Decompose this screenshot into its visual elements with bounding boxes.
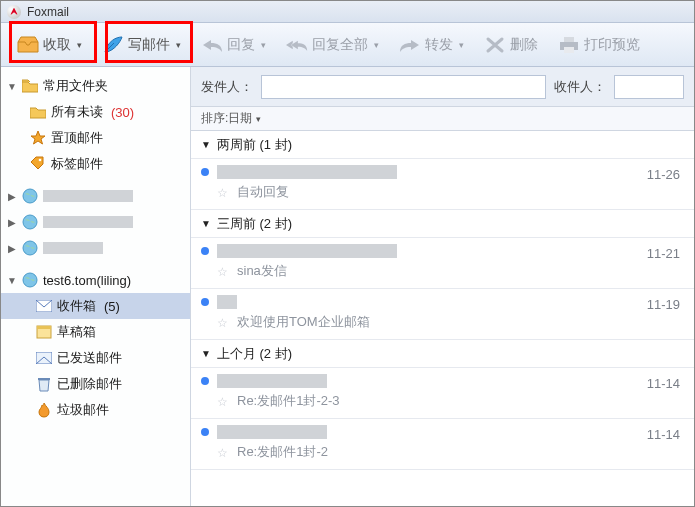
mail-item[interactable]: 11-14 ☆Re:发邮件1封-2-3 xyxy=(191,368,694,419)
redacted-account xyxy=(43,242,103,254)
all-unread-count: (30) xyxy=(111,105,134,120)
drafts-node[interactable]: 草稿箱 xyxy=(1,319,190,345)
star-outline-icon[interactable]: ☆ xyxy=(217,186,229,198)
flame-icon xyxy=(35,401,53,419)
sort-label: 排序:日期 xyxy=(201,110,252,127)
sort-bar[interactable]: 排序:日期 ▾ xyxy=(191,107,694,131)
junk-label: 垃圾邮件 xyxy=(57,401,109,419)
inbox-label: 收件箱 xyxy=(57,297,96,315)
svg-rect-1 xyxy=(564,37,574,42)
compose-button[interactable]: 写邮件 ▾ xyxy=(96,30,187,60)
inbox-count: (5) xyxy=(104,299,120,314)
account-node-3[interactable]: ▶ xyxy=(1,235,190,261)
dropdown-icon: ▾ xyxy=(261,40,266,50)
group-label: 三周前 (2 封) xyxy=(217,215,292,233)
sender-label: 发件人： xyxy=(201,78,253,96)
mail-item[interactable]: 11-21 ☆sina发信 xyxy=(191,238,694,289)
receive-button[interactable]: 收取 ▾ xyxy=(11,30,88,60)
account-node-2[interactable]: ▶ xyxy=(1,209,190,235)
app-title: Foxmail xyxy=(27,5,69,19)
group-header[interactable]: ▼ 两周前 (1 封) xyxy=(191,131,694,159)
reply-label: 回复 xyxy=(227,36,255,54)
delete-icon xyxy=(484,34,506,56)
caret-right-icon: ▶ xyxy=(7,191,17,202)
sent-icon xyxy=(35,349,53,367)
app-logo-icon xyxy=(7,5,21,19)
redacted-account xyxy=(43,190,133,202)
star-outline-icon[interactable]: ☆ xyxy=(217,316,229,328)
dropdown-icon: ▾ xyxy=(77,40,82,50)
delete-label: 删除 xyxy=(510,36,538,54)
unread-dot-icon xyxy=(201,428,209,436)
star-outline-icon[interactable]: ☆ xyxy=(217,446,229,458)
mail-item[interactable]: 11-19 ☆欢迎使用TOM企业邮箱 xyxy=(191,289,694,340)
mail-from-redacted xyxy=(217,165,397,179)
mail-date: 11-21 xyxy=(647,246,680,261)
svg-rect-12 xyxy=(38,378,50,380)
dropdown-icon: ▾ xyxy=(374,40,379,50)
recipient-input[interactable] xyxy=(614,75,684,99)
tagged-label: 标签邮件 xyxy=(51,155,103,173)
globe-icon xyxy=(21,271,39,289)
mail-from-redacted xyxy=(217,244,397,258)
group-header[interactable]: ▼ 上个月 (2 封) xyxy=(191,340,694,368)
delete-button[interactable]: 删除 xyxy=(478,30,544,60)
common-folders-node[interactable]: ▼ 常用文件夹 xyxy=(1,73,190,99)
forward-button[interactable]: 转发 ▾ xyxy=(393,30,470,60)
pinned-node[interactable]: 置顶邮件 xyxy=(1,125,190,151)
drafts-icon xyxy=(35,323,53,341)
mail-item[interactable]: 11-14 ☆Re:发邮件1封-2 xyxy=(191,419,694,470)
reply-button[interactable]: 回复 ▾ xyxy=(195,30,272,60)
unread-dot-icon xyxy=(201,168,209,176)
all-unread-node[interactable]: 所有未读 (30) xyxy=(1,99,190,125)
caret-right-icon: ▶ xyxy=(7,217,17,228)
mail-list: ▼ 两周前 (1 封) 11-26 ☆自动回复 ▼ 三周前 (2 封) 11-2… xyxy=(191,131,694,506)
mail-subject: Re:发邮件1封-2 xyxy=(237,443,328,461)
compose-label: 写邮件 xyxy=(128,36,170,54)
account-label: test6.tom(liling) xyxy=(43,273,131,288)
tagged-node[interactable]: 标签邮件 xyxy=(1,151,190,177)
app-window: Foxmail 收取 ▾ 写邮件 ▾ 回复 ▾ xyxy=(0,0,695,507)
reply-all-button[interactable]: 回复全部 ▾ xyxy=(280,30,385,60)
inbox-icon xyxy=(35,297,53,315)
all-unread-label: 所有未读 xyxy=(51,103,103,121)
forward-icon xyxy=(399,34,421,56)
main-pane: 发件人： 收件人： 排序:日期 ▾ ▼ 两周前 (1 封) 11-26 ☆自动回… xyxy=(191,67,694,506)
mail-from-redacted xyxy=(217,374,327,388)
inbox-node[interactable]: 收件箱 (5) xyxy=(1,293,190,319)
deleted-node[interactable]: 已删除邮件 xyxy=(1,371,190,397)
globe-icon xyxy=(21,213,39,231)
caret-down-icon: ▼ xyxy=(201,218,211,229)
group-label: 两周前 (1 封) xyxy=(217,136,292,154)
folder-icon xyxy=(29,103,47,121)
unread-dot-icon xyxy=(201,247,209,255)
dropdown-icon: ▾ xyxy=(176,40,181,50)
unread-dot-icon xyxy=(201,377,209,385)
account-node-1[interactable]: ▶ xyxy=(1,183,190,209)
sent-node[interactable]: 已发送邮件 xyxy=(1,345,190,371)
forward-label: 转发 xyxy=(425,36,453,54)
group-header[interactable]: ▼ 三周前 (2 封) xyxy=(191,210,694,238)
sidebar: ▼ 常用文件夹 所有未读 (30) 置顶邮件 标签邮件 ▶ xyxy=(1,67,191,506)
reply-icon xyxy=(201,34,223,56)
mail-from-redacted xyxy=(217,425,327,439)
account-test6[interactable]: ▼ test6.tom(liling) xyxy=(1,267,190,293)
tag-icon xyxy=(29,155,47,173)
mail-subject: 自动回复 xyxy=(237,183,289,201)
deleted-label: 已删除邮件 xyxy=(57,375,122,393)
sender-input[interactable] xyxy=(261,75,546,99)
junk-node[interactable]: 垃圾邮件 xyxy=(1,397,190,423)
mail-item[interactable]: 11-26 ☆自动回复 xyxy=(191,159,694,210)
mail-subject: sina发信 xyxy=(237,262,287,280)
receive-label: 收取 xyxy=(43,36,71,54)
drafts-label: 草稿箱 xyxy=(57,323,96,341)
mail-date: 11-26 xyxy=(647,167,680,182)
star-outline-icon[interactable]: ☆ xyxy=(217,395,229,407)
print-preview-button[interactable]: 打印预览 xyxy=(552,30,646,60)
star-outline-icon[interactable]: ☆ xyxy=(217,265,229,277)
globe-icon xyxy=(21,239,39,257)
recipient-label: 收件人： xyxy=(554,78,606,96)
mail-subject: Re:发邮件1封-2-3 xyxy=(237,392,340,410)
unread-dot-icon xyxy=(201,298,209,306)
mail-date: 11-14 xyxy=(647,427,680,442)
